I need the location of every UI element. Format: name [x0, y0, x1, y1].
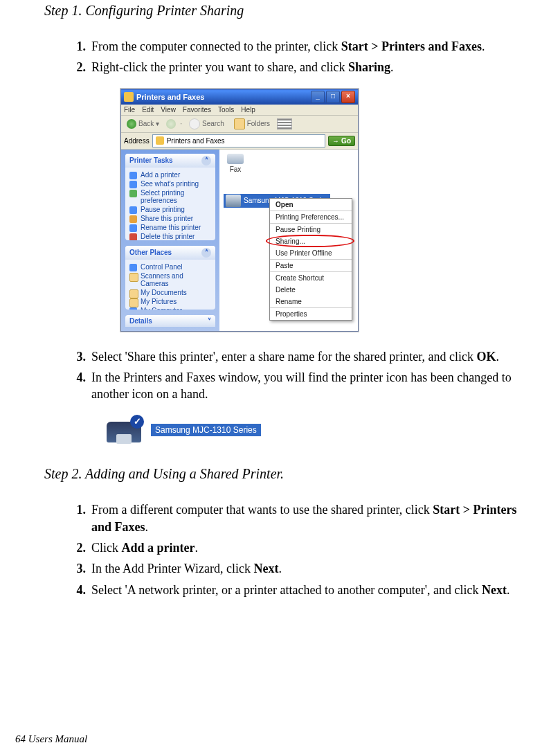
folders-button[interactable]: Folders: [231, 118, 273, 130]
task-add-printer[interactable]: Add a printer: [129, 170, 211, 179]
forward-icon[interactable]: [166, 119, 176, 129]
details-panel: Details ˅: [125, 315, 215, 327]
step2-list: 1. From a different computer that wants …: [44, 501, 539, 598]
menu-view[interactable]: View: [161, 106, 176, 114]
ctx-rename[interactable]: Rename: [270, 296, 352, 307]
go-label: Go: [341, 137, 351, 145]
text: From a different computer that wants to …: [91, 503, 433, 517]
text: Select 'A network printer, or a printer …: [91, 583, 482, 597]
shared-printer-label: Samsung MJC-1310 Series: [151, 424, 261, 436]
chevron-up-icon[interactable]: ˄: [201, 156, 211, 165]
bold-text: Sharing: [348, 60, 390, 74]
preferences-icon: [129, 190, 137, 197]
list-number: 3.: [66, 560, 86, 577]
back-button[interactable]: Back ▾: [124, 118, 162, 129]
back-label: Back: [138, 120, 154, 127]
separator: ·: [180, 120, 182, 127]
printer-tasks-panel: Printer Tasks˄ Add a printer See what's …: [125, 154, 215, 240]
bold-text: OK: [477, 350, 496, 364]
ctx-sharing[interactable]: Sharing...: [270, 235, 352, 247]
ctx-offline[interactable]: Use Printer Offline: [270, 247, 352, 259]
pause-icon: [129, 206, 137, 214]
close-button[interactable]: ×: [341, 91, 355, 103]
share-icon: [129, 215, 137, 223]
task-see-printing[interactable]: See what's printing: [129, 179, 211, 188]
other-scanners[interactable]: Scanners and Cameras: [129, 271, 211, 288]
task-delete[interactable]: Delete this printer: [129, 232, 211, 240]
views-button[interactable]: [277, 118, 292, 129]
shared-printer-figure: ✓ Samsung MJC-1310 Series: [105, 415, 539, 445]
chevron-down-icon[interactable]: ˅: [208, 317, 211, 325]
printers-folder-icon: [156, 136, 164, 145]
list-number: 3.: [66, 348, 86, 365]
list-number: 4.: [66, 369, 86, 386]
bold-text: Start > Printers and Faxes: [341, 39, 482, 53]
text: Right-click the printer you want to shar…: [91, 60, 348, 74]
scanner-icon: [129, 273, 138, 282]
step1-list: 1. From the computer connected to the pr…: [44, 38, 539, 76]
menu-edit[interactable]: Edit: [142, 106, 154, 114]
step1-item-4: 4. In the Printers and Faxes window, you…: [72, 369, 539, 403]
ctx-pause[interactable]: Pause Printing: [270, 224, 352, 235]
control-panel-icon: [129, 264, 137, 271]
other-places-panel: Other Places˄ Control Panel Scanners and…: [125, 246, 215, 310]
text: In the Add Printer Wizard, click: [91, 562, 253, 575]
search-button[interactable]: Search: [186, 118, 227, 130]
step2-item-4: 4. Select 'A network printer, or a print…: [72, 582, 539, 598]
other-my-pictures[interactable]: My Pictures: [129, 297, 211, 306]
step2-item-3: 3. In the Add Printer Wizard, click Next…: [72, 560, 539, 577]
menu-bar: File Edit View Favorites Tools Help: [121, 105, 358, 116]
address-label: Address: [124, 137, 150, 145]
folder-icon: [234, 118, 245, 129]
bold-text: Next: [253, 562, 278, 575]
chevron-up-icon[interactable]: ˄: [201, 248, 211, 258]
bold-text: Add a printer: [122, 541, 195, 555]
step2-item-1: 1. From a different computer that wants …: [72, 501, 539, 535]
other-control-panel[interactable]: Control Panel: [129, 262, 211, 271]
text: .: [278, 562, 282, 575]
ctx-sharing-label: Sharing...: [276, 238, 305, 245]
ctx-preferences[interactable]: Printing Preferences...: [270, 211, 352, 223]
page-number: 64: [15, 733, 28, 744]
task-pause[interactable]: Pause printing: [129, 205, 211, 214]
search-icon: [189, 118, 200, 129]
fax-item[interactable]: Fax: [224, 154, 247, 173]
menu-favorites[interactable]: Favorites: [183, 106, 211, 114]
printers-folder-icon: [124, 92, 134, 102]
step1-item-1: 1. From the computer connected to the pr…: [72, 38, 539, 55]
task-share[interactable]: Share this printer: [129, 214, 211, 223]
minimize-button[interactable]: _: [311, 91, 325, 103]
ctx-paste[interactable]: Paste: [270, 260, 352, 271]
task-rename[interactable]: Rename this printer: [129, 223, 211, 232]
text: .: [496, 350, 500, 364]
other-my-documents[interactable]: My Documents: [129, 288, 211, 297]
context-menu: Open Printing Preferences... Pause Print…: [269, 198, 352, 321]
checkmark-badge-icon: ✓: [130, 415, 144, 429]
folders-label: Folders: [247, 120, 270, 127]
fax-icon: [227, 154, 244, 164]
list-number: 1.: [66, 501, 86, 518]
list-number: 1.: [66, 38, 86, 55]
rename-icon: [129, 224, 137, 232]
menu-file[interactable]: File: [124, 106, 135, 114]
text: .: [482, 39, 485, 53]
panel-title: Other Places: [129, 249, 172, 256]
text: Select 'Share this printer', enter a sha…: [91, 350, 477, 364]
go-button[interactable]: →Go: [328, 136, 355, 146]
titlebar: Printers and Faxes _ □ ×: [121, 89, 358, 105]
window-title: Printers and Faxes: [136, 93, 311, 101]
ctx-properties[interactable]: Properties: [270, 308, 352, 320]
list-number: 2.: [66, 59, 86, 75]
task-preferences[interactable]: Select printing preferences: [129, 188, 211, 205]
text: From the computer connected to the print…: [91, 39, 341, 53]
step1-list-cont: 3. Select 'Share this printer', enter a …: [44, 348, 539, 403]
address-field[interactable]: Printers and Faxes: [152, 134, 325, 147]
other-my-computer[interactable]: My Computer: [129, 306, 211, 310]
ctx-delete[interactable]: Delete: [270, 284, 352, 296]
menu-tools[interactable]: Tools: [218, 106, 234, 114]
ctx-open[interactable]: Open: [270, 199, 352, 211]
menu-help[interactable]: Help: [241, 106, 255, 114]
ctx-shortcut[interactable]: Create Shortcut: [270, 272, 352, 284]
back-icon: [127, 119, 136, 129]
maximize-button[interactable]: □: [326, 91, 340, 103]
